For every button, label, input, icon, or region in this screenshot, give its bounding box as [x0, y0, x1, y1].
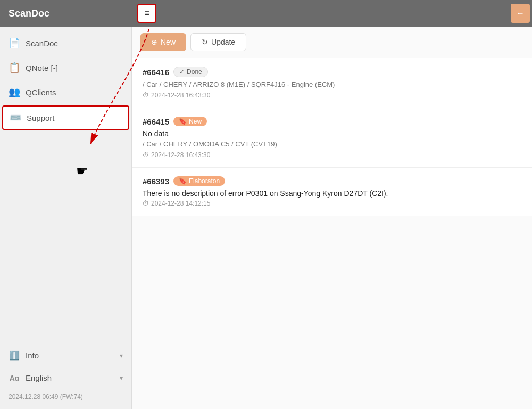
- version-info: 2024.12.28 06:49 (FW:74): [9, 393, 83, 400]
- sidebar-item-label: ScanDoc: [26, 39, 58, 48]
- ticket-header: #66415 🔖 New: [143, 117, 521, 126]
- tickets-list: #66416 ✓ Done / Car / CHERY / ARRIZO 8 (…: [132, 58, 532, 409]
- clients-icon: 👥: [9, 86, 20, 98]
- ticket-path: / Car / CHERY / OMODA C5 / CVT (CVT19): [143, 140, 521, 148]
- ticket-header: #66393 🔖 Elaboraton: [143, 176, 521, 186]
- info-icon: ℹ️: [9, 350, 20, 361]
- badge-label: Done: [187, 68, 202, 76]
- tag-icon: 🔖: [179, 177, 187, 185]
- header: ScanDoc ← ≡: [0, 0, 532, 27]
- new-button-label: New: [161, 38, 176, 46]
- note-icon: 📋: [9, 62, 20, 73]
- content-toolbar: ⊕ New ↻ Update: [132, 27, 532, 58]
- status-badge: 🔖 New: [173, 117, 207, 126]
- sidebar-item-english[interactable]: Aα English ▾: [0, 367, 131, 389]
- chevron-down-icon: ▾: [120, 352, 123, 359]
- ticket-id: #66393: [143, 177, 169, 186]
- update-button[interactable]: ↻ Update: [190, 33, 246, 51]
- tag-icon: 🔖: [179, 118, 187, 125]
- plus-icon: ⊕: [151, 38, 157, 46]
- main-layout: 📄 ScanDoc 📋 QNote [-] 👥 QClients ⌨️ Supp…: [0, 27, 532, 409]
- sidebar-item-label: Support: [27, 113, 55, 122]
- chevron-down-icon: ▾: [120, 374, 123, 382]
- support-icon: ⌨️: [10, 112, 21, 124]
- back-button[interactable]: ←: [511, 4, 530, 23]
- ticket-id: #66416: [143, 68, 169, 77]
- sidebar-item-label: Info: [26, 351, 39, 360]
- table-row[interactable]: #66415 🔖 New No data / Car / CHERY / OMO…: [132, 108, 532, 168]
- sidebar-item-scandoc[interactable]: 📄 ScanDoc: [0, 31, 131, 55]
- status-badge: ✓ Done: [173, 67, 208, 77]
- clock-icon: ⏱: [143, 92, 149, 99]
- sidebar-item-label: English: [26, 373, 52, 382]
- ticket-timestamp: ⏱ 2024-12-28 16:43:30: [143, 151, 521, 159]
- sidebar-footer: 2024.12.28 06:49 (FW:74): [0, 389, 131, 405]
- back-icon: ←: [516, 9, 525, 18]
- check-icon: ✓: [179, 68, 185, 76]
- status-badge: 🔖 Elaboraton: [173, 176, 225, 186]
- ticket-path: / Car / CHERY / ARRIZO 8 (M1E) / SQRF4J1…: [143, 80, 521, 88]
- app-title: ScanDoc: [9, 8, 511, 19]
- sidebar-bottom: ℹ️ Info ▾ Aα English ▾ 2024.12.28 06:49 …: [0, 344, 131, 409]
- table-row[interactable]: #66393 🔖 Elaboraton There is no descript…: [132, 168, 532, 216]
- sidebar: 📄 ScanDoc 📋 QNote [-] 👥 QClients ⌨️ Supp…: [0, 27, 132, 409]
- refresh-icon: ↻: [202, 38, 208, 46]
- badge-label: New: [189, 118, 202, 125]
- badge-label: Elaboraton: [189, 177, 220, 185]
- menu-button[interactable]: ≡: [137, 4, 156, 23]
- ticket-timestamp: ⏱ 2024-12-28 16:43:30: [143, 92, 521, 99]
- language-icon: Aα: [9, 374, 20, 382]
- ticket-title: No data: [143, 129, 521, 138]
- menu-icon: ≡: [144, 9, 149, 18]
- ticket-title: There is no description of error P0301 o…: [143, 189, 521, 198]
- sidebar-item-label: QNote [-]: [26, 63, 58, 72]
- ticket-timestamp: ⏱ 2024-12-28 14:12:15: [143, 200, 521, 207]
- clock-icon: ⏱: [143, 200, 149, 207]
- document-icon: 📄: [9, 37, 20, 49]
- sidebar-item-support[interactable]: ⌨️ Support: [2, 105, 129, 130]
- sidebar-item-qclients[interactable]: 👥 QClients: [0, 80, 131, 104]
- table-row[interactable]: #66416 ✓ Done / Car / CHERY / ARRIZO 8 (…: [132, 58, 532, 108]
- sidebar-item-info[interactable]: ℹ️ Info ▾: [0, 344, 131, 367]
- sidebar-item-qnote[interactable]: 📋 QNote [-]: [0, 55, 131, 80]
- ticket-id: #66415: [143, 117, 169, 126]
- ticket-header: #66416 ✓ Done: [143, 67, 521, 77]
- content-area: ⊕ New ↻ Update #66416 ✓ Done / Car / CHE…: [132, 27, 532, 409]
- sidebar-item-label: QClients: [26, 88, 56, 97]
- update-button-label: Update: [211, 38, 235, 46]
- new-button[interactable]: ⊕ New: [140, 33, 186, 51]
- clock-icon: ⏱: [143, 151, 149, 159]
